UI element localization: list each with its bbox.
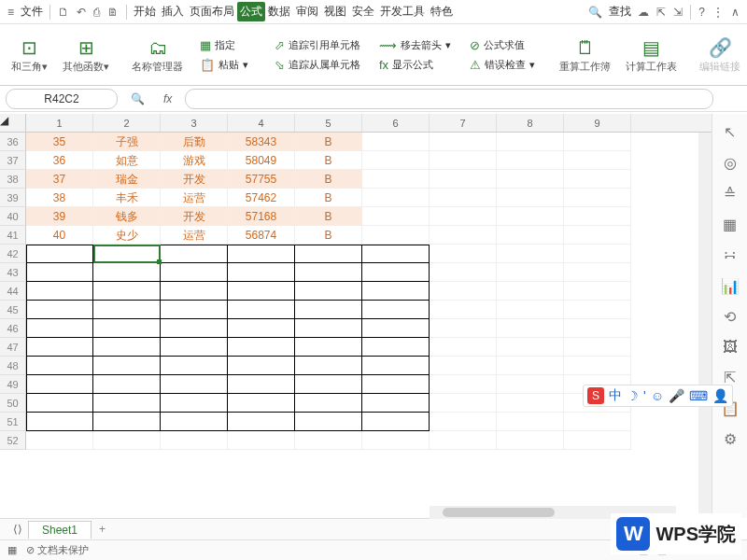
- cell[interactable]: [497, 282, 564, 301]
- cell[interactable]: [497, 413, 564, 431]
- btn-namemgr[interactable]: 🗂名称管理器: [126, 26, 189, 84]
- cell[interactable]: [26, 357, 93, 375]
- cell[interactable]: [564, 245, 631, 263]
- row-header[interactable]: 46: [0, 319, 26, 338]
- cell[interactable]: [295, 413, 362, 431]
- cell[interactable]: [93, 357, 161, 375]
- search-icon[interactable]: 🔍: [585, 4, 606, 21]
- style-icon[interactable]: ≙: [724, 185, 736, 203]
- col-header[interactable]: 3: [161, 114, 228, 132]
- btn-showformula[interactable]: fx显示公式: [375, 56, 455, 74]
- cell[interactable]: [362, 170, 430, 189]
- cell[interactable]: [161, 245, 228, 263]
- cell[interactable]: [564, 170, 631, 189]
- tab-insert[interactable]: 插入: [159, 2, 187, 21]
- print-icon[interactable]: ⎙: [90, 4, 104, 21]
- cell[interactable]: [295, 245, 362, 263]
- sheet-tab[interactable]: Sheet1: [28, 521, 92, 539]
- cell[interactable]: [161, 338, 228, 357]
- row-header[interactable]: 48: [0, 357, 26, 375]
- cell[interactable]: 开发: [161, 207, 228, 226]
- btn-otherfn[interactable]: ⊞其他函数▾: [57, 26, 115, 84]
- cell[interactable]: [430, 226, 497, 245]
- cell[interactable]: 37: [26, 170, 93, 189]
- cursor-icon[interactable]: ↖: [724, 123, 736, 141]
- cell[interactable]: [564, 282, 631, 301]
- tab-devtools[interactable]: 开发工具: [377, 2, 428, 21]
- cell[interactable]: [564, 338, 631, 357]
- cell[interactable]: [295, 282, 362, 301]
- cell[interactable]: [362, 375, 430, 394]
- cell[interactable]: [430, 189, 497, 207]
- select-icon[interactable]: ◎: [724, 154, 737, 172]
- cell[interactable]: [362, 301, 430, 319]
- cell[interactable]: 运营: [161, 189, 228, 207]
- cell[interactable]: 58049: [228, 151, 295, 170]
- row-header[interactable]: 41: [0, 226, 26, 245]
- cell[interactable]: [497, 357, 564, 375]
- grid-mode-icon[interactable]: ▦: [7, 544, 17, 556]
- tab-security[interactable]: 安全: [349, 2, 377, 21]
- name-box[interactable]: R42C2: [6, 89, 118, 109]
- row-header[interactable]: 49: [0, 375, 26, 394]
- cell[interactable]: [564, 189, 631, 207]
- cell[interactable]: 38: [26, 189, 93, 207]
- cell[interactable]: [228, 413, 295, 431]
- cell[interactable]: [228, 431, 295, 450]
- cell[interactable]: [93, 394, 161, 413]
- cell[interactable]: 40: [26, 226, 93, 245]
- tab-start[interactable]: 开始: [131, 2, 159, 21]
- cell[interactable]: 36: [26, 151, 93, 170]
- cell[interactable]: [26, 263, 93, 282]
- cell[interactable]: 57168: [228, 207, 295, 226]
- cell[interactable]: [26, 413, 93, 431]
- cell[interactable]: [362, 151, 430, 170]
- ime-mic-icon[interactable]: 🎤: [669, 388, 684, 403]
- btn-specify[interactable]: ▦指定: [196, 36, 252, 54]
- cell[interactable]: [430, 245, 497, 263]
- cell[interactable]: [362, 207, 430, 226]
- cell[interactable]: [26, 375, 93, 394]
- row-header[interactable]: 45: [0, 301, 26, 319]
- ime-moon-icon[interactable]: ☽: [627, 388, 639, 403]
- row-header[interactable]: 51: [0, 413, 26, 431]
- cell[interactable]: [564, 207, 631, 226]
- row-header[interactable]: 43: [0, 263, 26, 282]
- refresh-icon[interactable]: ⟲: [724, 308, 736, 326]
- cell[interactable]: [228, 394, 295, 413]
- cell[interactable]: [564, 151, 631, 170]
- cell[interactable]: B: [295, 207, 362, 226]
- cell[interactable]: [497, 226, 564, 245]
- preview-icon[interactable]: 🗎: [104, 4, 122, 21]
- save-icon[interactable]: 🗋: [54, 4, 73, 21]
- cell[interactable]: 运营: [161, 226, 228, 245]
- cell[interactable]: [295, 263, 362, 282]
- row-header[interactable]: 38: [0, 170, 26, 189]
- ime-kbd-icon[interactable]: ⌨: [689, 388, 708, 403]
- cell[interactable]: [295, 375, 362, 394]
- tab-view[interactable]: 视图: [321, 2, 349, 21]
- fx-icon[interactable]: fx: [158, 92, 177, 105]
- cell[interactable]: [362, 431, 430, 450]
- cell[interactable]: [161, 375, 228, 394]
- cell[interactable]: [295, 301, 362, 319]
- cell[interactable]: 丰禾: [93, 189, 161, 207]
- cell[interactable]: [497, 319, 564, 338]
- cell[interactable]: [93, 413, 161, 431]
- image-icon[interactable]: 🖼: [723, 339, 738, 356]
- tab-data[interactable]: 数据: [265, 2, 293, 21]
- cell[interactable]: [362, 338, 430, 357]
- cell[interactable]: [161, 301, 228, 319]
- cell[interactable]: [93, 431, 161, 450]
- row-header[interactable]: 50: [0, 394, 26, 413]
- find-icon[interactable]: 🔍: [125, 92, 150, 105]
- collapse-icon[interactable]: ∧: [727, 4, 743, 21]
- menu-file[interactable]: 文件: [18, 2, 46, 21]
- ime-face-icon[interactable]: ☺: [651, 388, 664, 403]
- chart-icon[interactable]: ∺: [724, 246, 736, 264]
- cell[interactable]: [93, 245, 161, 263]
- cell[interactable]: [93, 301, 161, 319]
- btn-paste[interactable]: 📋粘贴▾: [196, 56, 252, 74]
- cell[interactable]: [430, 413, 497, 431]
- cell[interactable]: [362, 394, 430, 413]
